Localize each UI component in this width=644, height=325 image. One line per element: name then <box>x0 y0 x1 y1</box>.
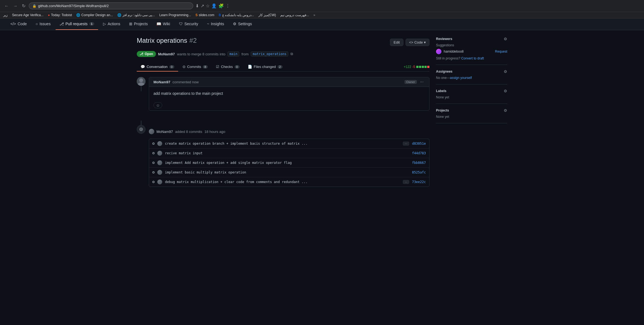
assign-yourself-link[interactable]: assign yourself <box>450 76 472 80</box>
projects-icon: ⊞ <box>129 22 132 26</box>
main-column: Matrix operations #2 Edit <> Code ▾ ⎇ Op… <box>137 37 429 189</box>
reviewers-gear-button[interactable]: ⚙ <box>504 37 507 41</box>
commit-row-4: debug matrix multiplication + clear code… <box>149 177 429 187</box>
share-icon[interactable]: ↗ <box>201 3 204 8</box>
commits-content: MoNam97 added 8 commits 18 hours ago cre… <box>149 121 429 187</box>
address-bar[interactable]: 🔒 github.com/MoNam97/Simple-Wolfram/pull… <box>29 2 193 9</box>
reviewer-name[interactable]: hamiddeboo8 <box>444 50 464 53</box>
bookmark-todoist[interactable]: ● Today: Todoist <box>48 13 72 17</box>
nav-security[interactable]: 🛡 Security <box>175 18 202 30</box>
commits-time[interactable]: 18 hours ago <box>204 130 225 134</box>
nav-settings[interactable]: ⚙ Settings <box>229 18 256 30</box>
tab-checks[interactable]: ☑ Checks 0 <box>212 62 243 72</box>
assignees-gear-button[interactable]: ⚙ <box>504 69 507 74</box>
bookmark-doros[interactable]: B دروس پایه دانشکده ع... <box>219 13 254 17</box>
bookmark-zir[interactable]: زیر <box>3 13 8 17</box>
request-link[interactable]: Request <box>495 50 507 53</box>
checks-icon: ☑ <box>216 65 219 69</box>
repo-nav: </> Code ○ Issues ⎇ Pull requests 1 ▷ Ac… <box>0 18 644 30</box>
commit-hash-4[interactable]: 73ee22c <box>412 180 426 184</box>
still-in-progress: Still in progress? Convert to draft <box>436 56 507 60</box>
commit-message-1: recive matrix input <box>165 151 409 155</box>
commit-dot-1 <box>152 152 155 154</box>
commits-badge: 8 <box>203 65 208 69</box>
nav-code[interactable]: </> Code <box>7 18 31 30</box>
menu-icon[interactable]: ⋮ <box>226 3 230 8</box>
convert-draft-link[interactable]: Convert to draft <box>461 56 484 60</box>
bookmark-pc[interactable]: 🌐 پی سی دانلود: نرم افز... <box>117 13 155 17</box>
comment-card: MoNam97 commented now Owner ··· add matr… <box>149 77 429 111</box>
tab-conversation[interactable]: 💬 Conversation 0 <box>137 62 178 72</box>
insights-icon: ~ <box>207 22 209 26</box>
commits-timeline-col <box>137 121 146 134</box>
comment-vert-line <box>141 86 141 91</box>
edit-button[interactable]: Edit <box>390 39 403 46</box>
bookmark-slides[interactable]: S slides.com <box>195 13 214 17</box>
diff-bar-1 <box>416 66 418 68</box>
commit-hash-2[interactable]: fbb8667 <box>412 161 426 165</box>
commit-hash-0[interactable]: d83051e <box>412 142 426 146</box>
code-button[interactable]: <> Code ▾ <box>406 39 429 46</box>
reviewer-item: hamiddeboo8 Request <box>436 49 507 54</box>
nav-projects[interactable]: ⊞ Projects <box>125 18 152 30</box>
profile-icon[interactable]: 👤 <box>211 3 217 8</box>
bookmark-icon[interactable]: ☆ <box>206 3 210 8</box>
commit-dot-0 <box>152 142 155 145</box>
commits-author[interactable]: MoNam97 <box>156 130 173 134</box>
commit-row-0: create matrix operation branch + impleme… <box>149 139 429 149</box>
reviewers-body: Suggestions hamiddeboo8 Request Still in… <box>436 43 507 60</box>
sidebar-column: Reviewers ⚙ Suggestions hamiddeboo8 Requ… <box>436 37 507 189</box>
nav-insights[interactable]: ~ Insights <box>203 18 228 30</box>
tab-commits[interactable]: ⊙ Commits 8 <box>179 62 212 72</box>
projects-body: None yet <box>436 115 507 119</box>
nav-pull-requests[interactable]: ⎇ Pull requests 1 <box>56 18 98 30</box>
bookmark-fehrest[interactable]: فهرست دروس نیم... <box>280 13 309 17</box>
conversation-badge: 0 <box>169 65 174 69</box>
diff-bar-5 <box>427 66 429 68</box>
download-icon[interactable]: ⬇ <box>195 3 199 8</box>
reviewer-avatar <box>436 49 441 54</box>
pr-title-actions: Edit <> Code ▾ <box>390 39 429 46</box>
pr-author: MoNam97 <box>158 52 175 56</box>
lock-icon: 🔒 <box>32 4 36 8</box>
bookmarks-more[interactable]: » <box>314 13 315 17</box>
projects-gear-button[interactable]: ⚙ <box>504 108 507 113</box>
commit-hash-3[interactable]: 8525afc <box>412 170 426 174</box>
conversation-icon: 💬 <box>141 65 145 69</box>
bookmark-miz[interactable]: میز کار(CW) <box>258 13 276 17</box>
copy-branch-icon[interactable]: ⧉ <box>290 52 293 56</box>
commit-more-4[interactable]: ··· <box>403 180 409 184</box>
back-button[interactable]: ← <box>3 2 10 10</box>
bookmark-learn[interactable]: Learn Programming... <box>159 13 191 17</box>
nav-wiki[interactable]: 📖 Wiki <box>153 18 174 30</box>
comment-more-button[interactable]: ··· <box>419 79 425 84</box>
bookmark-compiler[interactable]: 🌐 Compiler Design an... <box>76 13 113 17</box>
svg-point-4 <box>141 129 142 130</box>
refresh-button[interactable]: ↻ <box>21 2 27 10</box>
tab-files-changed[interactable]: 📄 Files changed 2 <box>244 62 286 72</box>
commit-more-0[interactable]: ··· <box>403 142 409 146</box>
browser-actions: ⬇ ↗ ☆ 👤 🧩 ⋮ <box>195 3 230 8</box>
commit-row-1: recive matrix input f44d783 <box>149 149 429 158</box>
reviewers-section: Reviewers ⚙ Suggestions hamiddeboo8 Requ… <box>436 37 507 65</box>
comment-author[interactable]: MoNam97 <box>153 80 170 84</box>
emoji-react-button[interactable]: ☺ <box>153 102 162 108</box>
page-content: Matrix operations #2 Edit <> Code ▾ ⎇ Op… <box>130 30 514 196</box>
base-branch[interactable]: main <box>227 52 239 56</box>
top-line <box>141 121 141 125</box>
labels-section: Labels ⚙ None yet <box>436 84 507 104</box>
diff-bar-4 <box>424 66 427 68</box>
bookmark-secure[interactable]: Secure Age Verifica... <box>12 13 44 17</box>
nav-actions[interactable]: ▷ Actions <box>99 18 124 30</box>
actions-icon: ▷ <box>103 22 106 26</box>
head-branch[interactable]: matrix_operations <box>251 52 288 56</box>
code-bracket-icon: <> <box>409 40 413 44</box>
labels-gear-button[interactable]: ⚙ <box>504 89 507 93</box>
labels-header: Labels ⚙ <box>436 89 507 93</box>
commit-hash-1[interactable]: f44d783 <box>412 151 426 155</box>
files-icon: 📄 <box>248 65 252 69</box>
extension-icon[interactable]: 🧩 <box>218 3 224 8</box>
forward-button[interactable]: → <box>12 2 19 10</box>
diff-bar-2 <box>419 66 421 68</box>
nav-issues[interactable]: ○ Issues <box>32 18 55 30</box>
